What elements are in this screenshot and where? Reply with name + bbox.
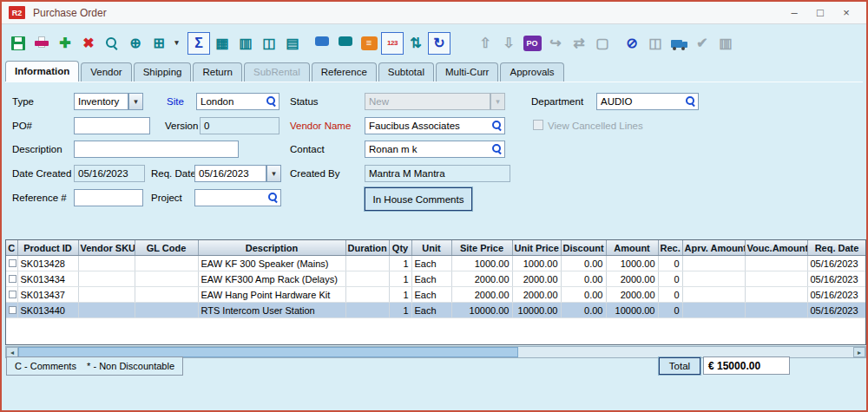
table-cell[interactable]: 0.00: [561, 256, 606, 271]
tab-return[interactable]: Return: [193, 62, 242, 82]
table-cell[interactable]: [78, 287, 135, 303]
table-cell[interactable]: 05/16/2023: [807, 271, 866, 287]
ship-truck-icon[interactable]: [667, 32, 690, 55]
vendor-search-icon[interactable]: [492, 121, 503, 131]
type-dropdown[interactable]: Inventory ▾: [74, 93, 143, 110]
table-cell[interactable]: [345, 256, 389, 271]
tab-reference[interactable]: Reference: [312, 62, 377, 82]
tab-shipping[interactable]: Shipping: [134, 62, 192, 82]
tab-subtotal[interactable]: Subtotal: [378, 62, 434, 82]
table-cell[interactable]: Each: [411, 303, 451, 318]
table-cell[interactable]: 2000.00: [451, 287, 512, 303]
table-cell[interactable]: 1: [389, 303, 411, 318]
search-icon[interactable]: [101, 32, 123, 55]
table-cell[interactable]: [135, 271, 198, 287]
table-cell[interactable]: 1: [389, 256, 411, 271]
new-item-icon[interactable]: ⊞: [148, 32, 170, 55]
table-cell[interactable]: RTS Intercom User Station: [198, 303, 345, 318]
more-dropdown-icon[interactable]: ▾: [171, 32, 182, 55]
table-cell[interactable]: 1: [389, 271, 411, 287]
column-header-amount[interactable]: Amount: [606, 240, 658, 256]
tab-approvals[interactable]: Approvals: [500, 62, 563, 82]
table-cell[interactable]: Each: [411, 256, 451, 271]
table-cell[interactable]: [745, 256, 807, 271]
grid-view-icon[interactable]: ▦: [211, 32, 233, 55]
table-cell[interactable]: 2000.00: [606, 271, 658, 287]
table-row[interactable]: SK013428EAW KF 300 Speaker (Mains)1Each1…: [6, 256, 866, 271]
table-cell[interactable]: 0.00: [561, 303, 606, 318]
sort-lines-icon[interactable]: ⇅: [404, 32, 427, 55]
vendor-name-input[interactable]: [365, 117, 505, 134]
table-cell[interactable]: [6, 271, 17, 287]
table-cell[interactable]: 0: [658, 303, 682, 318]
layers-icon[interactable]: ▤: [281, 32, 304, 55]
line-checkbox[interactable]: [9, 259, 16, 267]
column-header-gl-code[interactable]: GL Code: [135, 240, 198, 256]
column-header-discount[interactable]: Discount: [561, 240, 606, 256]
save-icon[interactable]: [7, 32, 30, 55]
column-header-c[interactable]: C: [6, 240, 17, 256]
table-cell[interactable]: 1: [389, 287, 411, 303]
table-cell[interactable]: EAW KF300 Amp Rack (Delays): [198, 271, 345, 287]
table-cell[interactable]: 1000.00: [451, 256, 512, 271]
table-cell[interactable]: [745, 287, 807, 303]
summary-icon[interactable]: Σ: [187, 32, 210, 55]
table-cell[interactable]: [78, 271, 135, 287]
close-icon[interactable]: ×: [833, 3, 859, 23]
table-cell[interactable]: 0: [658, 271, 682, 287]
delete-line-icon[interactable]: ✖: [77, 32, 100, 55]
table-cell[interactable]: EAW KF 300 Speaker (Mains): [198, 256, 345, 271]
table-cell[interactable]: SK013434: [17, 271, 78, 287]
line-checkbox[interactable]: [9, 306, 16, 314]
req-date-dropdown[interactable]: 05/16/2023 ▾: [194, 165, 281, 182]
zoom-icon[interactable]: ⊕: [124, 32, 147, 55]
column-header-rec-[interactable]: Rec.: [658, 240, 682, 256]
minimize-icon[interactable]: –: [781, 3, 807, 23]
table-cell[interactable]: 1000.00: [512, 256, 561, 271]
po-number-input[interactable]: [74, 117, 150, 134]
column-header-req-date[interactable]: Req. Date: [807, 240, 866, 256]
table-cell[interactable]: [78, 256, 135, 271]
column-header-site-price[interactable]: Site Price: [451, 240, 512, 256]
table-cell[interactable]: 10000.00: [451, 303, 512, 318]
table-cell[interactable]: [135, 287, 198, 303]
table-cell[interactable]: [745, 271, 807, 287]
table-cell[interactable]: [682, 271, 745, 287]
column-header-vendor-sku[interactable]: Vendor SKU: [78, 240, 135, 256]
table-cell[interactable]: [6, 287, 17, 303]
column-header-unit-price[interactable]: Unit Price: [512, 240, 561, 256]
column-header-description[interactable]: Description: [198, 240, 345, 256]
in-house-comments-button[interactable]: In House Comments: [365, 187, 472, 211]
tab-multi-curr[interactable]: Multi-Curr: [436, 62, 498, 82]
maximize-icon[interactable]: □: [807, 3, 833, 23]
table-row[interactable]: SK013434EAW KF300 Amp Rack (Delays)1Each…: [6, 271, 866, 287]
refresh-icon[interactable]: ↻: [428, 32, 450, 55]
line-checkbox[interactable]: [9, 291, 16, 298]
scroll-right-icon[interactable]: ▸: [853, 347, 865, 357]
table-cell[interactable]: [682, 287, 745, 303]
table-row[interactable]: SK013440RTS Intercom User Station1Each10…: [6, 303, 866, 318]
table-cell[interactable]: [135, 303, 198, 318]
table-cell[interactable]: 0.00: [561, 271, 606, 287]
tab-vendor[interactable]: Vendor: [81, 62, 131, 82]
table-cell[interactable]: Each: [411, 271, 451, 287]
comments-icon[interactable]: [311, 32, 333, 55]
column-header-vouc-amount[interactable]: Vouc.Amount: [745, 240, 807, 256]
send-comments-icon[interactable]: [334, 32, 357, 55]
contact-input[interactable]: [365, 141, 505, 158]
table-cell[interactable]: 1000.00: [606, 256, 658, 271]
panel-view-icon[interactable]: ◫: [258, 32, 280, 55]
table-cell[interactable]: SK013428: [17, 256, 78, 271]
table-cell[interactable]: 05/16/2023: [807, 256, 866, 271]
table-cell[interactable]: 05/16/2023: [807, 303, 866, 318]
chevron-down-icon[interactable]: ▾: [128, 93, 143, 110]
total-button[interactable]: Total: [659, 357, 700, 375]
container-icon[interactable]: ≡: [358, 32, 380, 55]
recalculate-icon[interactable]: 123: [381, 32, 404, 55]
add-line-icon[interactable]: ✚: [54, 32, 76, 55]
table-cell[interactable]: [6, 256, 17, 271]
department-input[interactable]: [596, 93, 699, 110]
table-cell[interactable]: 10000.00: [512, 303, 561, 318]
column-header-unit[interactable]: Unit: [411, 240, 451, 256]
column-header-aprv-amount[interactable]: Aprv. Amount: [682, 240, 745, 256]
